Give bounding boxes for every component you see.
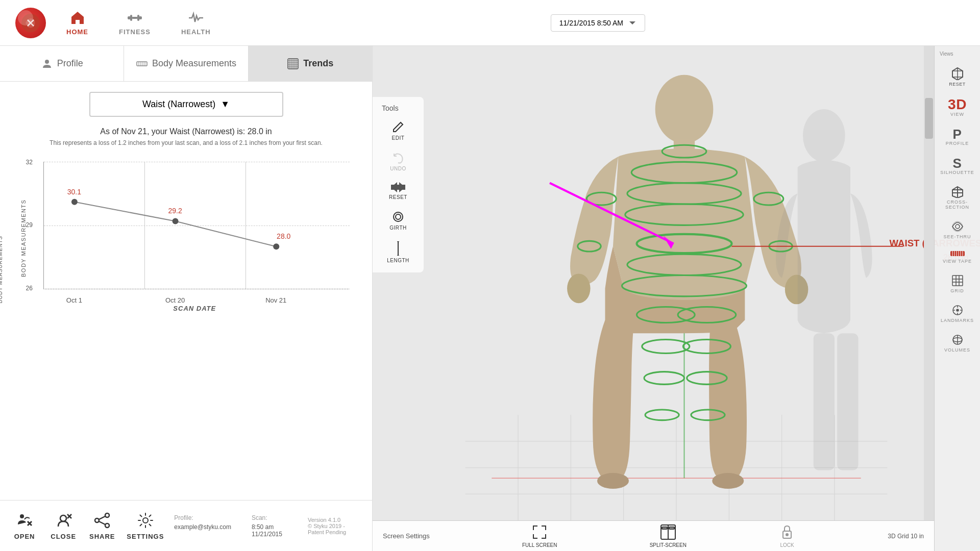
y-label-26: 26 xyxy=(26,285,33,292)
view-volumes[interactable]: VOLUMES xyxy=(937,330,977,357)
svg-point-105 xyxy=(952,221,963,232)
svg-point-33 xyxy=(95,518,99,522)
svg-rect-93 xyxy=(669,527,674,529)
svg-rect-7 xyxy=(137,62,147,66)
svg-point-25 xyxy=(273,243,279,249)
svg-point-34 xyxy=(105,523,109,528)
left-panel: Profile Body Measurements xyxy=(0,46,373,551)
x-axis-title: SCAN DATE xyxy=(173,305,216,312)
screen-settings-bar: Screen Settings FULL SCREEN SPLIT-SCREEN xyxy=(373,520,934,551)
svg-point-75 xyxy=(642,340,690,354)
svg-point-104 xyxy=(955,224,960,229)
date-selector[interactable]: 11/21/2015 8:50 AM xyxy=(551,14,645,32)
svg-point-79 xyxy=(645,410,679,420)
view-profile[interactable]: P PROFILE xyxy=(937,123,977,150)
x-label-oct1: Oct 1 xyxy=(66,296,82,304)
svg-point-77 xyxy=(644,372,684,385)
data-label-28: 28.0 xyxy=(277,232,290,240)
view-reset[interactable]: RESET xyxy=(937,62,977,91)
view-silhouette[interactable]: S SILHOUETTE xyxy=(937,153,977,179)
svg-rect-65 xyxy=(837,333,858,470)
chart-area: 32 29 26 Oct 1 Oct 20 Nov 21 xyxy=(43,162,350,289)
lock-button[interactable]: LOCK xyxy=(779,524,795,548)
x-label-oct20: Oct 20 xyxy=(165,296,185,304)
view-cross-section[interactable]: CROSS-SECTION xyxy=(937,182,977,214)
x-label-nov21: Nov 21 xyxy=(265,296,286,304)
nav-health[interactable]: HEALTH xyxy=(166,5,226,41)
y-axis-title: BODY MEASUREMENTS xyxy=(20,187,27,289)
svg-point-119 xyxy=(957,309,959,311)
body-3d-view: WAIST (NARROWEST) 28.0 in xyxy=(373,46,980,520)
svg-rect-4 xyxy=(137,15,139,21)
svg-point-61 xyxy=(597,473,629,489)
svg-point-24 xyxy=(172,218,178,224)
right-panel-3d: Tools EDIT UNDO RESET xyxy=(373,46,980,551)
svg-point-29 xyxy=(60,515,66,521)
svg-point-37 xyxy=(143,518,148,523)
content-area: Waist (Narrowest) ▼ As of Nov 21, your W… xyxy=(0,82,372,500)
tab-body-measurements[interactable]: Body Measurements xyxy=(124,46,248,81)
scroll-thumb[interactable] xyxy=(925,98,933,139)
chart-svg xyxy=(44,162,350,289)
logo-icon xyxy=(15,8,46,38)
svg-point-0 xyxy=(21,14,40,32)
open-button[interactable]: OPEN xyxy=(10,511,39,540)
nav-items: HOME FITNESS HEALTH xyxy=(51,5,226,41)
svg-line-21 xyxy=(74,202,175,221)
bottom-info: Profile: example@styku.com Scan: 8:50 am… xyxy=(174,514,282,538)
tab-profile[interactable]: Profile xyxy=(0,46,124,81)
svg-line-22 xyxy=(175,221,276,247)
scan-info: Scan: 8:50 am 11/21/2015 xyxy=(252,514,282,538)
version-info: Version 4.1.0 © Styku 2019 - Patent Pend… xyxy=(308,517,362,535)
top-navigation: HOME FITNESS HEALTH 11/21/2015 8:50 AM xyxy=(0,0,980,46)
close-button[interactable]: CLOSE xyxy=(49,511,78,540)
data-label-29: 29.2 xyxy=(168,207,182,215)
y-label-29: 29 xyxy=(26,221,33,229)
svg-point-32 xyxy=(105,513,109,517)
svg-rect-5 xyxy=(132,17,137,19)
measurement-main-text: As of Nov 21, your Waist (Narrowest) is:… xyxy=(15,127,357,136)
measurement-sub-text: This represents a loss of 1.2 inches fro… xyxy=(15,139,357,146)
tab-bar: Profile Body Measurements xyxy=(0,46,372,82)
svg-line-35 xyxy=(99,516,105,519)
view-tape[interactable]: VIEW TAPE xyxy=(937,246,977,268)
svg-line-36 xyxy=(99,521,105,524)
svg-rect-64 xyxy=(814,333,835,470)
logo[interactable] xyxy=(10,8,51,38)
svg-point-63 xyxy=(803,109,845,162)
view-see-thru[interactable]: SEE-THRU xyxy=(937,216,977,243)
svg-point-62 xyxy=(712,473,744,489)
grid-line-26 xyxy=(44,289,350,289)
svg-rect-113 xyxy=(952,276,963,286)
view-3d[interactable]: 3D VIEW xyxy=(937,93,977,121)
svg-rect-92 xyxy=(662,527,667,529)
bottom-bar: OPEN CLOSE SHARE xyxy=(0,500,372,551)
svg-point-95 xyxy=(786,534,788,536)
tab-trends[interactable]: Trends xyxy=(249,46,372,81)
data-label-30: 30.1 xyxy=(67,188,81,196)
chart-container: BODY MEASUREMENTS 32 29 26 xyxy=(18,157,355,315)
svg-point-26 xyxy=(20,514,24,518)
svg-rect-12 xyxy=(288,59,298,69)
svg-point-23 xyxy=(71,199,77,205)
view-landmarks[interactable]: LANDMARKS xyxy=(937,300,977,327)
svg-point-57 xyxy=(655,75,714,143)
split-screen-button[interactable]: SPLIT-SCREEN xyxy=(650,524,687,548)
main-area: Profile Body Measurements xyxy=(0,46,980,551)
svg-point-59 xyxy=(567,273,590,303)
scroll-bar[interactable] xyxy=(924,46,934,520)
measurement-info: As of Nov 21, your Waist (Narrowest) is:… xyxy=(15,127,357,146)
svg-rect-3 xyxy=(130,15,132,21)
svg-point-6 xyxy=(45,60,49,64)
nav-fitness[interactable]: FITNESS xyxy=(104,5,166,41)
settings-button[interactable]: SETTINGS xyxy=(127,511,164,540)
share-button[interactable]: SHARE xyxy=(88,511,116,540)
view-grid[interactable]: GRID xyxy=(937,270,977,297)
nav-home[interactable]: HOME xyxy=(51,5,104,41)
profile-info: Profile: example@styku.com xyxy=(174,514,231,538)
y-axis-title-display: BODY MEASUREMENTS xyxy=(0,236,3,303)
nav-center: 11/21/2015 8:50 AM xyxy=(226,14,970,32)
full-screen-button[interactable]: FULL SCREEN xyxy=(522,524,557,548)
measurement-dropdown[interactable]: Waist (Narrowest) ▼ xyxy=(89,92,283,117)
right-side-panel: Views RESET 3D VIEW P PROFILE S xyxy=(934,46,980,551)
